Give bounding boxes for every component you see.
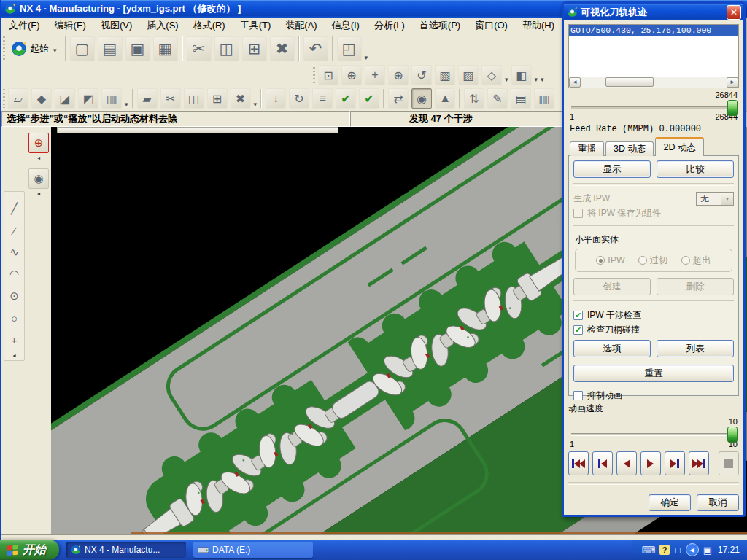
radio-overcut[interactable] <box>638 256 647 265</box>
copy-icon[interactable]: ◫ <box>214 36 239 61</box>
dropdown-arrow-icon[interactable]: ▼ <box>721 192 733 205</box>
print-icon[interactable]: ▦ <box>153 36 178 61</box>
network-status-icon[interactable]: ▣ <box>703 545 712 556</box>
ime-keyboard-icon[interactable]: ⌨ <box>641 545 655 556</box>
menu-edit[interactable]: 编辑(E) <box>47 18 93 34</box>
delete-facet-button[interactable]: 删除 <box>657 278 734 295</box>
clip-section-caret-icon[interactable]: ▾ <box>535 76 538 86</box>
generate-toolpath-icon[interactable]: ↓ <box>266 88 286 109</box>
animation-speed-slider-thumb[interactable] <box>727 427 738 443</box>
cancel-button[interactable]: 取消 <box>697 494 739 511</box>
toolbar-grip[interactable] <box>3 36 5 61</box>
selection-filter-icon[interactable]: ⊕ <box>28 133 49 153</box>
menu-analysis[interactable]: 分析(L) <box>367 18 412 34</box>
menu-help[interactable]: 帮助(H) <box>515 18 562 34</box>
scroll-left-icon[interactable]: ◄ <box>569 77 581 87</box>
snap-point-expand-icon[interactable]: ◂ <box>28 190 50 197</box>
save-ipw-checkbox[interactable] <box>573 209 583 218</box>
step-forward-button[interactable] <box>665 451 685 475</box>
fit-view-icon[interactable]: ⊡ <box>318 65 338 85</box>
scrollbar-thumb[interactable] <box>605 77 654 87</box>
toolbar-grip[interactable] <box>3 89 5 108</box>
verify-toolpath-icon[interactable]: ◉ <box>411 88 432 109</box>
toolbar-grip[interactable] <box>313 67 315 83</box>
compare-button[interactable]: 比较 <box>657 160 734 178</box>
line-icon[interactable]: ╱ <box>5 199 24 218</box>
zoom-icon[interactable]: ⊕ <box>341 65 362 85</box>
goto-list-hscrollbar[interactable]: ◄ ► <box>568 77 739 88</box>
reset-button[interactable]: 重置 <box>573 365 734 382</box>
menu-view[interactable]: 视图(V) <box>93 18 139 34</box>
create-facet-button[interactable]: 创建 <box>573 278 651 295</box>
exchange-views-icon[interactable]: ⇄ <box>388 88 409 109</box>
menu-window[interactable]: 窗口(O) <box>468 18 515 34</box>
animation-speed-slider[interactable] <box>568 427 739 440</box>
selection-filter-expand-icon[interactable]: ◂ <box>28 155 50 161</box>
delete-object-icon[interactable]: ✖ <box>231 88 251 109</box>
create-program-icon[interactable]: ▱ <box>8 88 28 109</box>
cut-icon[interactable]: ✂ <box>187 36 212 61</box>
delete-icon[interactable]: ✖ <box>270 36 295 61</box>
create-geometry-icon[interactable]: ◪ <box>55 88 75 109</box>
radio-excess[interactable] <box>681 256 690 265</box>
options-button[interactable]: 选项 <box>573 340 651 357</box>
spline-icon[interactable]: ∿ <box>5 243 24 262</box>
go-to-start-button[interactable] <box>568 451 589 475</box>
go-to-end-button[interactable] <box>689 451 709 475</box>
confirm-toolpath-icon[interactable]: ✔ <box>359 88 379 109</box>
list-toolpath-icon[interactable]: ≡ <box>312 88 333 109</box>
circle-center-icon[interactable]: ⊙ <box>5 287 24 306</box>
suppress-animation-checkbox[interactable] <box>573 391 583 400</box>
show-button[interactable]: 显示 <box>573 160 651 178</box>
shop-docs-icon[interactable]: ▤ <box>511 88 531 109</box>
export-caret-icon[interactable]: ▾ <box>365 54 368 64</box>
curve-toolbar-expand-icon[interactable]: ◂ <box>4 352 24 359</box>
point-icon[interactable]: + <box>5 330 24 349</box>
cut-object-icon[interactable]: ✂ <box>160 88 181 109</box>
menu-preferences[interactable]: 首选项(P) <box>412 18 468 34</box>
stop-button[interactable] <box>719 451 739 475</box>
toolpath-goto-list[interactable]: GOTO/500.430,-25.176,100.000 <box>568 24 739 77</box>
menu-insert[interactable]: 插入(S) <box>139 18 185 34</box>
undo-icon[interactable]: ↶ <box>303 36 328 61</box>
play-forward-button[interactable] <box>640 451 661 475</box>
toolbar-options-caret-icon[interactable]: ▾ <box>541 76 544 86</box>
tab-2d-dynamic[interactable]: 2D 动态 <box>655 137 703 156</box>
edit-object-icon[interactable]: ▰ <box>137 88 158 109</box>
generate-ipw-dropdown[interactable]: 无 ▼ <box>696 192 734 206</box>
menu-file[interactable]: 文件(F) <box>1 18 47 34</box>
path-position-slider[interactable] <box>568 100 739 113</box>
export-icon[interactable]: ◰ <box>337 36 362 61</box>
ipw-interference-checkbox[interactable]: ✔ <box>573 311 583 320</box>
dialog-title-bar[interactable]: 可视化刀轨轨迹 ✕ <box>564 4 743 20</box>
create-caret-icon[interactable]: ▾ <box>125 101 128 111</box>
start-application-button[interactable]: 起始 ▾ <box>7 39 63 58</box>
taskbar-button-data-drive[interactable]: DATA (E:) <box>193 542 313 558</box>
tray-window-icon[interactable]: ▢ <box>674 546 681 554</box>
wireframe-display-icon[interactable]: ▨ <box>458 65 479 85</box>
open-file-icon[interactable]: ▤ <box>98 36 123 61</box>
radio-ipw[interactable] <box>596 256 605 265</box>
arc-icon[interactable]: ◠ <box>5 265 24 284</box>
step-back-button[interactable] <box>592 451 613 475</box>
tab-3d-dynamic[interactable]: 3D 动态 <box>605 141 654 156</box>
orient-view-caret-icon[interactable]: ▾ <box>505 76 508 86</box>
save-icon[interactable]: ▣ <box>125 36 150 61</box>
paste-icon[interactable]: ⊞ <box>242 36 267 61</box>
replay-toolpath-icon[interactable]: ↻ <box>289 88 309 109</box>
output-clsf-icon[interactable]: ▥ <box>534 88 554 109</box>
pan-icon[interactable]: + <box>365 65 385 85</box>
menu-assemblies[interactable]: 装配(A) <box>278 18 324 34</box>
scroll-right-icon[interactable]: ► <box>727 77 738 87</box>
line-point-icon[interactable]: ∕ <box>5 221 24 240</box>
copy-object-icon[interactable]: ◫ <box>184 88 204 109</box>
object-caret-icon[interactable]: ▾ <box>254 101 258 111</box>
new-file-icon[interactable]: ▢ <box>70 36 95 61</box>
create-tool-icon[interactable]: ◆ <box>31 88 52 109</box>
dialog-close-icon[interactable]: ✕ <box>727 5 741 20</box>
rotate-view-icon[interactable]: ↺ <box>411 65 432 85</box>
play-backward-button[interactable] <box>616 451 637 475</box>
ime-help-icon[interactable]: ? <box>659 545 670 555</box>
shaded-display-icon[interactable]: ▧ <box>435 65 455 85</box>
machine-simulate-icon[interactable]: ▲ <box>435 88 455 109</box>
